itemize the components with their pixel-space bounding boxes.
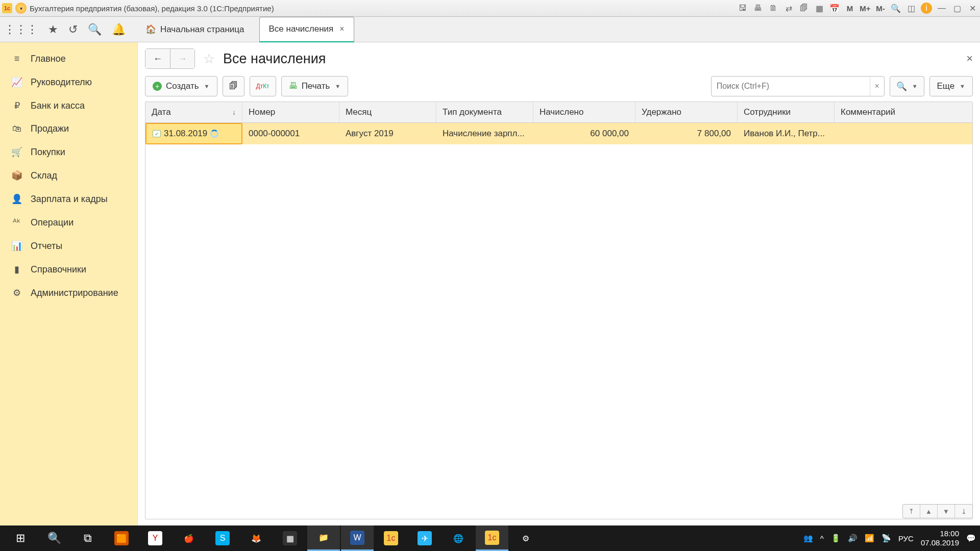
- notifications-icon[interactable]: 💬: [966, 534, 976, 543]
- search-icon[interactable]: 🔍: [88, 23, 102, 36]
- col-accrued[interactable]: Начислено: [533, 102, 635, 122]
- menu-icon: ≡: [11, 54, 22, 64]
- col-employees[interactable]: Сотрудники: [738, 102, 835, 122]
- tab-home[interactable]: 🏠 Начальная страница: [136, 17, 254, 42]
- app-firefox[interactable]: 🦊: [240, 525, 273, 551]
- more-label: Еще: [937, 81, 955, 91]
- search-taskbar-icon[interactable]: 🔍: [38, 525, 70, 551]
- clock[interactable]: 18:00 07.08.2019: [921, 529, 959, 547]
- nav-up-icon[interactable]: ▲: [920, 505, 938, 518]
- app-chrome[interactable]: 🌐: [442, 525, 475, 551]
- battery-icon[interactable]: 🔋: [831, 534, 841, 543]
- nav-down-icon[interactable]: ▼: [938, 505, 955, 518]
- dtkt-button[interactable]: ДтКт: [250, 76, 276, 96]
- titlebar-dropdown-icon[interactable]: ▾: [15, 3, 27, 14]
- sidebar-item-sales[interactable]: 🛍Продажи: [0, 117, 137, 140]
- file-icon[interactable]: 🗎: [768, 3, 779, 14]
- calendar-icon[interactable]: 📅: [829, 3, 840, 14]
- app-yandex[interactable]: Y: [139, 525, 172, 551]
- table-row[interactable]: 31.08.2019 0000-000001 Август 2019 Начис…: [145, 123, 972, 144]
- sidebar-label: Покупки: [31, 147, 65, 158]
- col-withheld[interactable]: Удержано: [635, 102, 738, 122]
- close-page-icon[interactable]: ×: [966, 52, 973, 65]
- panel-icon[interactable]: ◫: [905, 3, 917, 14]
- sidebar-item-manager[interactable]: 📈Руководителю: [0, 70, 137, 94]
- calc-icon[interactable]: ▦: [814, 3, 825, 14]
- print-button[interactable]: 🖶 Печать ▼: [281, 76, 349, 96]
- more-button[interactable]: Еще ▼: [929, 76, 973, 96]
- page-title: Все начисления: [223, 51, 326, 67]
- minimize-icon[interactable]: —: [936, 3, 947, 14]
- app-calc[interactable]: ▦: [274, 525, 306, 551]
- compare-icon[interactable]: ⇄: [783, 3, 794, 14]
- wifi-icon[interactable]: 📡: [881, 534, 891, 543]
- search-box: ×: [711, 76, 885, 96]
- sidebar-item-admin[interactable]: ⚙Администрирование: [0, 281, 137, 305]
- sidebar-item-bank[interactable]: ₽Банк и касса: [0, 94, 137, 117]
- bell-icon[interactable]: 🔔: [112, 23, 126, 36]
- app-telegram[interactable]: ✈: [408, 525, 441, 551]
- tab-close-icon[interactable]: ×: [339, 24, 344, 34]
- network-icon[interactable]: 📶: [865, 534, 874, 543]
- grid-header: Дата↓ Номер Месяц Тип документа Начислен…: [145, 102, 972, 123]
- app-tomato[interactable]: 🍎: [173, 525, 205, 551]
- sidebar-item-reports[interactable]: 📊Отчеты: [0, 234, 137, 258]
- windows-taskbar: ⊞ 🔍 ⧉ 🟧 Y 🍎 S 🦊 ▦ 📁 W 1c ✈ 🌐 1c ⚙ 👥 ^ 🔋 …: [0, 525, 980, 551]
- sidebar-item-operations[interactable]: ᴬᵏОперации: [0, 211, 137, 234]
- copy-icon[interactable]: 🗐: [798, 3, 810, 14]
- sidebar-item-main[interactable]: ≡Главное: [0, 47, 137, 70]
- app-1c-yellow[interactable]: 1c: [375, 525, 407, 551]
- nav-forward-button[interactable]: →: [170, 49, 194, 68]
- gear-icon: ⚙: [11, 287, 22, 298]
- create-button[interactable]: + Создать ▼: [145, 76, 217, 96]
- nav-last-icon[interactable]: ⤓: [955, 505, 972, 518]
- start-button[interactable]: ⊞: [4, 525, 37, 551]
- apps-grid-icon[interactable]: ⋮⋮⋮: [4, 23, 38, 36]
- m-minus-icon[interactable]: M-: [875, 3, 886, 14]
- app-settings[interactable]: ⚙: [509, 525, 542, 551]
- language-indicator[interactable]: РУС: [898, 534, 914, 543]
- search-input[interactable]: [712, 77, 870, 96]
- m-plus-icon[interactable]: M+: [860, 3, 871, 14]
- sidebar-item-warehouse[interactable]: 📦Склад: [0, 164, 137, 187]
- app-logo-icon: 1c: [2, 3, 12, 13]
- cell-date: 31.08.2019: [145, 123, 242, 144]
- create-label: Создать: [166, 81, 199, 91]
- search-button[interactable]: 🔍▼: [890, 76, 924, 96]
- people-icon[interactable]: 👥: [803, 534, 813, 543]
- tab-accruals[interactable]: Все начисления ×: [259, 17, 354, 42]
- sidebar-item-purchases[interactable]: 🛒Покупки: [0, 140, 137, 164]
- sort-indicator-icon: ↓: [232, 108, 236, 116]
- app-explorer[interactable]: 📁: [307, 525, 340, 551]
- favorite-icon[interactable]: ★: [48, 23, 58, 36]
- history-icon[interactable]: ↺: [68, 23, 78, 36]
- col-month[interactable]: Месяц: [339, 102, 436, 122]
- favorite-star-icon[interactable]: ☆: [203, 51, 215, 67]
- copy-button[interactable]: 🗐: [223, 76, 244, 96]
- plus-icon: +: [153, 82, 162, 91]
- close-icon[interactable]: ✕: [967, 3, 978, 14]
- sidebar-item-salary[interactable]: 👤Зарплата и кадры: [0, 187, 137, 211]
- print-icon[interactable]: 🖶: [752, 3, 764, 14]
- nav-back-button[interactable]: ←: [145, 49, 170, 68]
- task-view-icon[interactable]: ⧉: [71, 525, 104, 551]
- m-icon[interactable]: M: [844, 3, 855, 14]
- app-1c-active[interactable]: 1c: [476, 525, 508, 551]
- col-doctype[interactable]: Тип документа: [436, 102, 533, 122]
- zoom-icon[interactable]: 🔍: [890, 3, 901, 14]
- app-word[interactable]: W: [341, 525, 374, 551]
- clear-search-icon[interactable]: ×: [870, 77, 884, 96]
- app-skype[interactable]: S: [206, 525, 239, 551]
- nav-first-icon[interactable]: ⤒: [903, 505, 920, 518]
- app-powerpoint[interactable]: 🟧: [105, 525, 138, 551]
- tray-chevron-icon[interactable]: ^: [820, 534, 824, 543]
- maximize-icon[interactable]: ▢: [951, 3, 963, 14]
- col-comment[interactable]: Комментарий: [835, 102, 972, 122]
- info-icon[interactable]: i: [921, 3, 932, 14]
- save-icon[interactable]: 🖫: [737, 3, 748, 14]
- sidebar-item-directories[interactable]: ▮Справочники: [0, 258, 137, 281]
- col-date[interactable]: Дата↓: [145, 102, 242, 122]
- col-number[interactable]: Номер: [242, 102, 339, 122]
- sound-icon[interactable]: 🔊: [848, 534, 857, 543]
- cell-accrued: 60 000,00: [533, 129, 635, 139]
